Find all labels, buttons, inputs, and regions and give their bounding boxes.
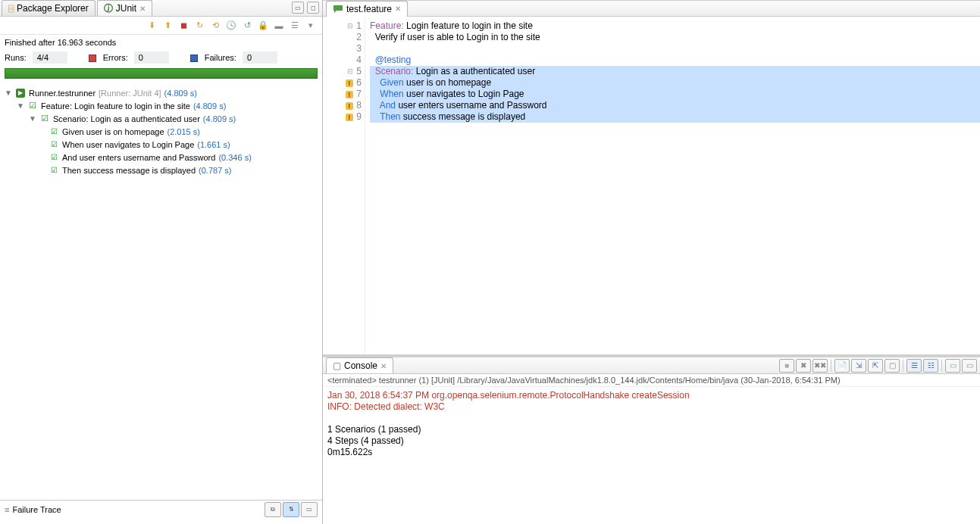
clear-console-button[interactable]: 📄 [834, 359, 850, 373]
scenario-name: Scenario: Login as a authenticated user [53, 114, 200, 123]
tree-scenario[interactable]: ▼ ☑ Scenario: Login as a authenticated u… [5, 112, 318, 125]
step-name: Given user is on homepage [62, 127, 164, 136]
line-number: 9 [356, 111, 362, 123]
next-failure-icon[interactable]: ⬇ [145, 19, 158, 33]
minimize-view-button[interactable]: ▭ [292, 2, 304, 14]
line-number: 4 [356, 55, 362, 66]
expand-icon[interactable]: ▼ [17, 101, 24, 110]
console-tab[interactable]: ▢ Console ✕ [326, 357, 393, 373]
package-explorer-icon: ⌸ [8, 3, 14, 14]
failure-trace-header: ≡ Failure Trace ⧉ ⇅ ▭ [0, 500, 322, 518]
tree-step[interactable]: ☑ Given user is on homepage (2.015 s) [5, 125, 318, 138]
compare-button[interactable]: ⧉ [265, 502, 281, 517]
root-name: Runner.testrunner [29, 89, 95, 98]
remove-all-button[interactable]: ✖✖ [812, 359, 828, 373]
close-icon[interactable]: ✕ [139, 5, 146, 13]
finished-status: Finished after 16.963 seconds [0, 35, 322, 50]
lock-icon[interactable]: ↺ [240, 19, 254, 33]
step-name: Then success message is displayed [62, 166, 196, 175]
console-toolbar: ■ ✖ ✖✖ 📄 ⇲ ⇱ ▢ ☰ ☷ ▭ ▭ [779, 359, 977, 373]
step-pass-icon: ☑ [49, 152, 59, 163]
maximize-view-button[interactable]: ◻ [307, 2, 319, 14]
rerun-icon[interactable]: ↻ [193, 19, 206, 33]
expand-icon[interactable]: ▼ [29, 114, 36, 123]
filter-stack-button[interactable]: ⇅ [283, 502, 299, 517]
open-console-button[interactable]: ☷ [923, 359, 938, 373]
errors-icon [89, 55, 96, 62]
editor-tab-bar: test.feature ✕ [323, 0, 980, 17]
editor-gutter: ⊟1 2 3 4 ⊟5 6 7 8 9 [323, 17, 365, 354]
warning-icon[interactable] [346, 91, 353, 98]
warning-icon[interactable] [346, 102, 353, 110]
close-icon[interactable]: ✕ [395, 5, 401, 13]
root-time: (4.809 s) [164, 89, 197, 98]
terminate-button[interactable]: ■ [779, 359, 794, 373]
expand-icon[interactable]: ▼ [5, 89, 12, 97]
junit-counters: Runs: 4/4 Errors: 0 Failures: 0 [0, 50, 322, 65]
junit-toolbar: ⬇ ⬆ ◼ ↻ ⟲ 🕓 ↺ 🔒 ▬ ☰ ▾ [0, 17, 322, 35]
expand-trace-button[interactable]: ▭ [301, 502, 318, 517]
tree-step[interactable]: ☑ When user navigates to Login Page (1.6… [5, 138, 318, 151]
code-text: Login feature to login in the site [404, 20, 533, 31]
code-text: Login as a authenticated user [413, 66, 535, 76]
fold-icon[interactable]: ⊟ [347, 66, 353, 77]
tree-feature[interactable]: ▼ ☑ Feature: Login feature to login in t… [5, 99, 318, 112]
console-line: 4 Steps (4 passed) [327, 435, 975, 447]
console-line: 0m15.622s [327, 447, 975, 458]
line-number: 1 [356, 20, 362, 32]
rerun-failed-icon[interactable]: ⟲ [208, 19, 222, 33]
layout-icon[interactable]: ▬ [272, 19, 286, 33]
tree-step[interactable]: ☑ And user enters username and Password … [5, 151, 318, 164]
failures-icon [190, 55, 198, 62]
editor-tab-test-feature[interactable]: test.feature ✕ [326, 1, 408, 17]
remove-launch-button[interactable]: ✖ [796, 359, 811, 373]
prev-failure-icon[interactable]: ⬆ [161, 19, 174, 33]
junit-view-pane: ⌸ Package Explorer ⓙ JUnit ✕ ▭ ◻ ⬇ ⬆ ◼ ↻… [0, 0, 323, 524]
runs-label: Runs: [5, 53, 27, 62]
failures-value: 0 [243, 51, 277, 64]
display-selected-button[interactable]: ▢ [885, 359, 900, 373]
editor-body[interactable]: ⊟1 2 3 4 ⊟5 6 7 8 9 Feature: Login featu… [323, 17, 980, 354]
tab-label: JUnit [116, 3, 136, 14]
feature-icon: ☑ [27, 101, 38, 111]
failures-label: Failures: [205, 53, 236, 62]
step-pass-icon: ☑ [49, 165, 59, 176]
tab-junit[interactable]: ⓙ JUnit ✕ [97, 0, 152, 16]
errors-label: Errors: [103, 53, 128, 62]
runs-value: 4/4 [33, 51, 67, 64]
editor-code[interactable]: Feature: Login feature to login in the s… [365, 17, 980, 354]
tree-root[interactable]: ▼ ▶ Runner.testrunner [Runner: JUnit 4] … [5, 86, 318, 99]
console-menu-button[interactable]: ▭ [962, 359, 977, 373]
junit-test-tree[interactable]: ▼ ▶ Runner.testrunner [Runner: JUnit 4] … [0, 82, 322, 500]
scroll-lock-button[interactable]: ⇲ [851, 359, 866, 373]
stop-icon[interactable]: ◼ [177, 19, 190, 33]
console-tab-bar: ▢ Console ✕ ■ ✖ ✖✖ 📄 ⇲ ⇱ ▢ ☰ ☷ ▭ ▭ [323, 357, 980, 374]
fold-icon[interactable]: ⊟ [347, 20, 353, 32]
console-output[interactable]: Jan 30, 2018 6:54:37 PM org.openqa.selen… [323, 387, 980, 524]
editor-tab-label: test.feature [346, 4, 392, 14]
runner-icon: ▶ [16, 89, 25, 98]
line-number: 5 [356, 66, 362, 77]
tree-icon[interactable]: ☰ [288, 19, 302, 33]
tree-step[interactable]: ☑ Then success message is displayed (0.7… [5, 164, 318, 176]
show-console-button[interactable]: ☰ [906, 359, 922, 373]
scenario-icon: ☑ [39, 114, 50, 124]
console-line: INFO: Detected dialect: W3C [327, 401, 975, 413]
tab-package-explorer[interactable]: ⌸ Package Explorer [2, 0, 95, 16]
scroll-lock-icon[interactable]: 🔒 [256, 19, 270, 33]
step-pass-icon: ☑ [49, 139, 59, 150]
console-line: 1 Scenarios (1 passed) [327, 424, 975, 435]
step-time: (2.015 s) [168, 127, 200, 136]
warning-icon[interactable] [346, 80, 353, 87]
view-menu-icon[interactable]: ▾ [304, 19, 318, 33]
code-text: user is on homepage [404, 77, 491, 88]
scenario-time: (4.809 s) [203, 114, 236, 123]
junit-progress-wrap [0, 65, 322, 82]
step-name: And user enters username and Password [62, 153, 215, 162]
warning-icon[interactable] [346, 114, 353, 121]
new-console-button[interactable]: ▭ [945, 359, 960, 373]
pin-console-button[interactable]: ⇱ [868, 359, 883, 373]
history-icon[interactable]: 🕓 [224, 19, 238, 33]
close-icon[interactable]: ✕ [380, 362, 387, 370]
step-pass-icon: ☑ [49, 126, 59, 137]
